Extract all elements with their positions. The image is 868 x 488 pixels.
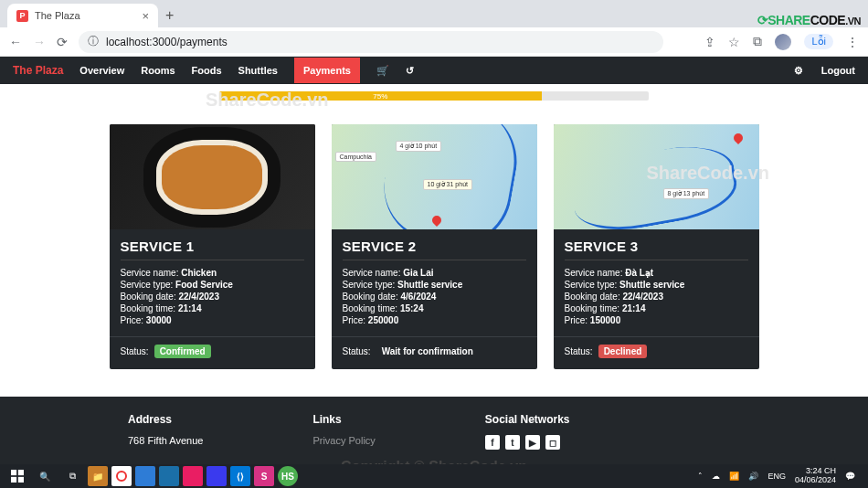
footer-address-heading: Address bbox=[128, 413, 203, 426]
menu-icon[interactable]: ⋮ bbox=[846, 35, 859, 49]
tray-wifi-icon[interactable]: 📶 bbox=[729, 472, 739, 481]
footer-social-heading: Social Networks bbox=[485, 413, 570, 426]
reload-button[interactable]: ⟳ bbox=[57, 35, 68, 49]
share-icon[interactable]: ⇪ bbox=[704, 35, 715, 49]
nav-rooms[interactable]: Rooms bbox=[141, 65, 175, 76]
back-button[interactable]: ← bbox=[9, 35, 22, 49]
tab-favicon: P bbox=[16, 10, 28, 22]
nav-shuttles[interactable]: Shuttles bbox=[238, 65, 278, 76]
history-icon[interactable]: ↺ bbox=[406, 65, 414, 77]
taskbar-app[interactable]: S bbox=[254, 466, 274, 486]
taskbar-app[interactable] bbox=[183, 466, 203, 486]
footer-link[interactable]: Privacy Policy bbox=[312, 435, 375, 446]
svg-rect-2 bbox=[11, 477, 16, 483]
service-card: 8 giờ 13 phút SERVICE 3 Service name: Đà… bbox=[554, 124, 759, 369]
brand-logo[interactable]: The Plaza bbox=[13, 64, 63, 77]
browser-toolbar: ← → ⟳ ⓘ localhost:3000/payments ⇪ ☆ ⧉ Lỗ… bbox=[0, 27, 868, 57]
bookmark-icon[interactable]: ☆ bbox=[728, 35, 740, 49]
nav-payments[interactable]: Payments bbox=[294, 58, 360, 83]
cart-icon[interactable]: 🛒 bbox=[376, 65, 389, 77]
profile-avatar[interactable] bbox=[775, 34, 791, 50]
windows-taskbar: 🔍 ⧉ 📁 ⟨⟩ S HS ˄ ☁ 📶 🔊 ENG 3:24 CH 04/06/… bbox=[0, 464, 868, 488]
svg-rect-3 bbox=[18, 477, 24, 483]
status-label: Status: bbox=[343, 346, 371, 356]
footer-links-heading: Links bbox=[312, 413, 375, 426]
search-icon[interactable]: 🔍 bbox=[33, 466, 57, 486]
app-navbar: The Plaza Overview Rooms Foods Shuttles … bbox=[0, 57, 868, 84]
footer-address-line: 768 Fifth Avenue bbox=[128, 435, 203, 446]
tray-volume-icon[interactable]: 🔊 bbox=[748, 472, 758, 481]
error-badge[interactable]: Lỗi bbox=[804, 34, 833, 49]
map-duration-label: 8 giờ 13 phút bbox=[663, 188, 710, 199]
nav-overview[interactable]: Overview bbox=[79, 65, 124, 76]
taskbar-app-mail[interactable] bbox=[135, 466, 155, 486]
card-title: SERVICE 1 bbox=[121, 239, 304, 254]
status-badge: Declined bbox=[598, 345, 648, 358]
social-youtube-icon[interactable]: ▶ bbox=[525, 435, 540, 450]
card-title: SERVICE 2 bbox=[343, 239, 526, 254]
tray-notifications-icon[interactable]: 💬 bbox=[845, 472, 855, 481]
map-duration-label: 10 giờ 31 phút bbox=[423, 179, 472, 190]
map-duration-label: 4 giờ 10 phút bbox=[396, 141, 442, 152]
service-card: SERVICE 1 Service name: Chicken Service … bbox=[110, 124, 315, 369]
service-card: Campuchia 4 giờ 10 phút 10 giờ 31 phút S… bbox=[332, 124, 537, 369]
nav-foods[interactable]: Foods bbox=[192, 65, 222, 76]
site-info-icon[interactable]: ⓘ bbox=[88, 34, 99, 49]
settings-icon[interactable]: ⚙ bbox=[794, 65, 803, 77]
tab-close-icon[interactable]: × bbox=[142, 9, 149, 23]
card-image-food bbox=[110, 124, 315, 229]
svg-rect-1 bbox=[18, 470, 24, 475]
card-image-map: 8 giờ 13 phút bbox=[554, 124, 759, 229]
svg-rect-0 bbox=[11, 470, 16, 475]
browser-tabbar: P The Plaza × + bbox=[0, 0, 868, 27]
taskbar-app[interactable] bbox=[206, 466, 227, 486]
map-region-label: Campuchia bbox=[335, 152, 376, 162]
taskbar-app-explorer[interactable]: 📁 bbox=[88, 466, 108, 486]
browser-tab[interactable]: P The Plaza × bbox=[7, 4, 158, 27]
taskview-icon[interactable]: ⧉ bbox=[60, 466, 84, 486]
taskbar-app-edge[interactable] bbox=[159, 466, 179, 486]
taskbar-app-chrome[interactable] bbox=[111, 466, 132, 486]
status-label: Status: bbox=[121, 346, 149, 356]
card-image-map: Campuchia 4 giờ 10 phút 10 giờ 31 phút bbox=[332, 124, 537, 229]
extensions-icon[interactable]: ⧉ bbox=[753, 34, 762, 49]
tray-cloud-icon[interactable]: ☁ bbox=[712, 472, 720, 481]
card-title: SERVICE 3 bbox=[565, 239, 748, 254]
status-badge: Confirmed bbox=[154, 345, 211, 358]
status-badge: Wait for confirmation bbox=[376, 345, 479, 358]
start-button[interactable] bbox=[5, 466, 29, 486]
progress-fill: 75% bbox=[219, 91, 542, 101]
taskbar-app-vscode[interactable]: ⟨⟩ bbox=[230, 466, 250, 486]
service-cards: SERVICE 1 Service name: Chicken Service … bbox=[0, 108, 868, 378]
system-tray: ˄ ☁ 📶 🔊 ENG 3:24 CH 04/06/2024 💬 bbox=[698, 467, 863, 485]
taskbar-app[interactable]: HS bbox=[278, 466, 298, 486]
new-tab-button[interactable]: + bbox=[165, 7, 174, 24]
forward-button[interactable]: → bbox=[33, 35, 46, 49]
status-label: Status: bbox=[565, 346, 593, 356]
sharecode-watermark-logo: ⟳SHARECODE.VN bbox=[757, 13, 861, 27]
page-content: 75% SERVICE 1 Service name: Chicken Serv… bbox=[0, 84, 868, 397]
address-bar[interactable]: ⓘ localhost:3000/payments bbox=[79, 31, 663, 53]
progress-bar: 75% bbox=[219, 91, 649, 101]
tray-language[interactable]: ENG bbox=[767, 472, 786, 481]
social-instagram-icon[interactable]: ◻ bbox=[545, 435, 560, 450]
page-footer: Address 768 Fifth Avenue Links Privacy P… bbox=[0, 397, 868, 464]
tray-clock[interactable]: 3:24 CH 04/06/2024 bbox=[795, 467, 836, 485]
social-twitter-icon[interactable]: t bbox=[505, 435, 520, 450]
tray-chevron-icon[interactable]: ˄ bbox=[698, 472, 703, 481]
logout-link[interactable]: Logout bbox=[821, 65, 855, 76]
url-text: localhost:3000/payments bbox=[106, 36, 228, 48]
tab-title: The Plaza bbox=[35, 10, 80, 21]
social-facebook-icon[interactable]: f bbox=[485, 435, 500, 450]
